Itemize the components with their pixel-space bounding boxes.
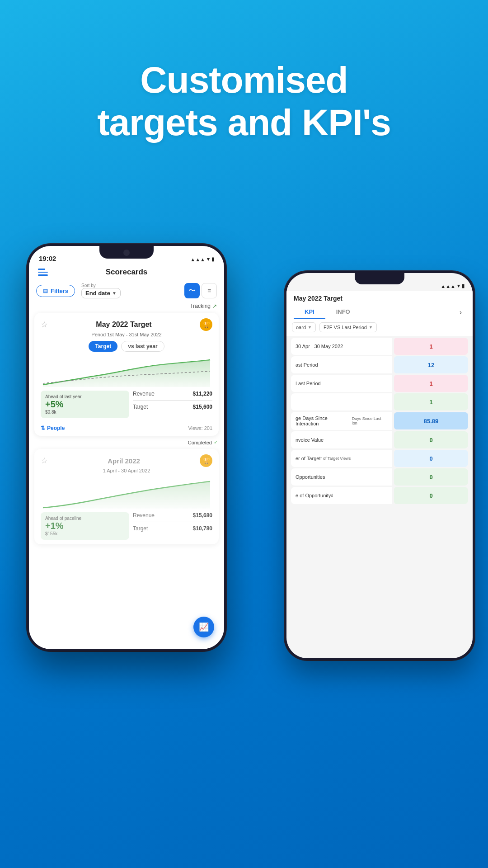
wifi-icon: ▾ (207, 256, 210, 262)
tracking-label: Tracking ↗ (29, 301, 224, 310)
kpi-value-3: 1 (394, 393, 468, 410)
kpi-value-7: 0 (394, 468, 468, 486)
vs-last-year-toggle[interactable]: vs last year (121, 341, 164, 352)
target-row: Target $15,600 (133, 404, 212, 410)
list-view-icon: ≡ (207, 287, 211, 294)
revenue-value: $11,220 (193, 391, 212, 397)
kpi-list: 30 Apr - 30 May 2022 1 ast Period 12 Las… (286, 338, 473, 504)
hero-line1: Customised (0, 59, 488, 101)
revenue-row: Revenue $11,220 (133, 391, 212, 397)
kpi-value-4: 85.89 (394, 412, 468, 429)
dropdown2-arrow: ▼ (369, 325, 373, 330)
back-dropdown-2[interactable]: F2F VS Last Period ▼ (319, 322, 377, 332)
card-footer-1: ⇅ People Views: 201 (41, 422, 212, 431)
trophy-badge-1: 🏆 (200, 318, 212, 331)
people-link[interactable]: ⇅ People (41, 425, 65, 431)
scorecard-2-period: 1 April - 30 April 2022 (41, 468, 212, 473)
scorecard-1-period: Period 1st May - 31st May 2022 (41, 332, 212, 337)
kpi-label-8: e of Opportunity d (291, 487, 392, 504)
back-dropdown-1[interactable]: oard ▼ (292, 322, 316, 332)
kpi-value-1: 12 (394, 356, 468, 373)
trending-up-icon: ↗ (212, 303, 217, 309)
fab-chart-icon: 📈 (199, 622, 209, 632)
filter-icon: ⊟ (43, 288, 48, 294)
app-title: Scorecards (106, 268, 148, 277)
back-header: May 2022 Target KPI INFO › (286, 291, 473, 319)
stats-row-2: Ahead of paceline +1% $155k Revenue $15,… (41, 512, 212, 540)
phone-back-notch (355, 273, 404, 284)
kpi-value-2: 1 (394, 375, 468, 392)
kpi-label-0: 30 Apr - 30 May 2022 (291, 338, 392, 355)
kpi-label-6: er of Target r of Target Views (291, 450, 392, 467)
target-toggle[interactable]: Target (89, 341, 117, 352)
tab-arrow-icon[interactable]: › (460, 308, 462, 316)
fab-button[interactable]: 📈 (193, 617, 214, 637)
sort-select[interactable]: Sort by End date ▼ (81, 283, 121, 298)
kpi-value-0: 1 (394, 338, 468, 355)
target-label: Target (133, 404, 148, 410)
toggle-row-1: Target vs last year (41, 341, 212, 352)
battery-icon: ▮ (211, 256, 214, 262)
sort-label: Sort by (81, 283, 121, 288)
kpi-label-2: Last Period (291, 375, 392, 392)
back-battery-icon: ▮ (462, 283, 465, 289)
chart-view-button[interactable]: 〜 (184, 283, 200, 298)
hero-section: Customised targets and KPI's (0, 0, 488, 144)
app-header: Scorecards (29, 265, 224, 280)
stat-box-green-1: Ahead of last year +5% $0.8k (41, 391, 129, 418)
phone-back: ▲▲▲ ▾ ▮ May 2022 Target KPI INFO › oard (285, 271, 474, 660)
kpi-label-4: ge Days Since Interaction Days Since Las… (291, 412, 392, 430)
hamburger-menu-icon[interactable] (38, 269, 48, 276)
scorecard-1: ☆ May 2022 Target 🏆 Period 1st May - 31s… (34, 313, 219, 436)
tab-info[interactable]: INFO (325, 306, 361, 319)
kpi-row-8: e of Opportunity d 0 (291, 487, 468, 504)
stat-big-2: +1% (45, 521, 125, 531)
back-tabs: KPI INFO › (294, 306, 465, 319)
stat-label-small-1: Ahead of last year (45, 394, 125, 399)
filter-label: Filters (51, 288, 68, 294)
dropdown1-arrow: ▼ (308, 325, 312, 330)
stat-sub-1: $0.8k (45, 410, 125, 415)
scorecard-2-chart (41, 477, 212, 509)
people-label: People (47, 425, 65, 431)
star-icon-1[interactable]: ☆ (41, 320, 48, 330)
kpi-value-6: 0 (394, 450, 468, 467)
target-value: $15,600 (193, 404, 212, 410)
stat-box-green-2: Ahead of paceline +1% $155k (41, 512, 129, 540)
scorecard-2-title: April 2022 (108, 457, 140, 465)
kpi-label-3 (291, 393, 392, 410)
views-text: Views: 201 (188, 425, 212, 431)
hero-line2: targets and KPI's (0, 101, 488, 144)
filters-button[interactable]: ⊟ Filters (36, 285, 75, 297)
kpi-label-5: nvoice Value (291, 431, 392, 448)
chart-view-icon: 〜 (188, 286, 196, 296)
star-icon-2[interactable]: ☆ (41, 456, 48, 466)
target-row-2: Target $10,780 (133, 525, 212, 532)
stats-row-1: Ahead of last year +5% $0.8k Revenue $11… (41, 391, 212, 418)
stat-label-small-2: Ahead of paceline (45, 516, 125, 521)
check-icon: ✓ (214, 439, 218, 445)
view-icons: 〜 ≡ (184, 283, 217, 298)
trophy-badge-2: 🏆 (200, 454, 212, 467)
signal-icon: ▲▲▲ (190, 257, 205, 262)
back-filter-row: oard ▼ F2F VS Last Period ▼ (286, 319, 473, 336)
stat-sub-2: $155k (45, 531, 125, 536)
people-sort-icon: ⇅ (41, 425, 45, 431)
filter-row: ⊟ Filters Sort by End date ▼ 〜 ≡ (29, 280, 224, 301)
back-wifi-icon: ▾ (457, 283, 460, 289)
stat-big-1: +5% (45, 399, 125, 410)
back-signal-icon: ▲▲▲ (441, 283, 455, 289)
phone-front: 19:02 ▲▲▲ ▾ ▮ Scorecards ⊟ (27, 244, 226, 651)
stat-grid-1: Revenue $11,220 Target $15,600 (133, 391, 212, 418)
kpi-row-1: ast Period 12 (291, 356, 468, 373)
kpi-row-2: Last Period 1 (291, 375, 468, 392)
status-icons: ▲▲▲ ▾ ▮ (190, 256, 214, 262)
kpi-row-5: nvoice Value 0 (291, 431, 468, 448)
scorecard-1-chart (41, 355, 212, 387)
kpi-value-8: 0 (394, 487, 468, 504)
tab-kpi[interactable]: KPI (294, 306, 325, 319)
stat-grid-2: Revenue $15,680 Target $10,780 (133, 512, 212, 540)
list-view-button[interactable]: ≡ (202, 283, 217, 298)
kpi-label-1: ast Period (291, 356, 392, 373)
revenue-label: Revenue (133, 391, 155, 397)
